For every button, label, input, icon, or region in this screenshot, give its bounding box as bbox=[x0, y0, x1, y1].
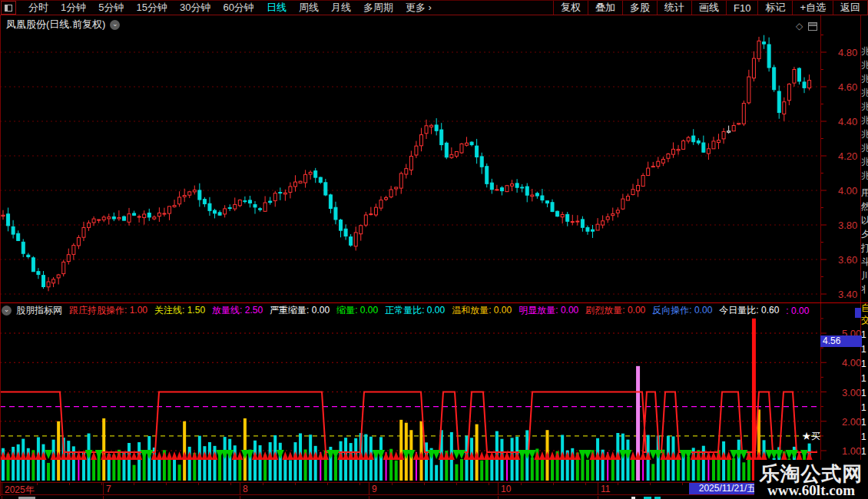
date-separator bbox=[498, 483, 499, 495]
clipped-glyph: 1 bbox=[861, 329, 868, 340]
price-label: 3.60 bbox=[838, 254, 864, 266]
watermark-url: www.60lt.com bbox=[756, 482, 866, 499]
period-daily[interactable]: 日线 bbox=[267, 1, 287, 15]
price-label: 4.20 bbox=[838, 150, 864, 162]
candlestick-chart bbox=[0, 35, 827, 295]
clipped-glyph: 兆 bbox=[861, 73, 868, 86]
date-minor-tick bbox=[618, 483, 618, 485]
stats-button[interactable]: 统计 bbox=[657, 1, 691, 15]
period-15min[interactable]: 15分钟 bbox=[136, 1, 167, 15]
ind-label-volume-line: 放量线: 2.50 bbox=[212, 304, 263, 317]
period-60min[interactable]: 60分钟 bbox=[223, 1, 253, 15]
adjust-button[interactable]: 复权 bbox=[553, 1, 588, 15]
right-edge-clipped-column: 兆兆兆兆兆兆兆兆兆兆用然以夕打斗川丬自交111111111 bbox=[861, 16, 868, 499]
clipped-glyph: 兆 bbox=[861, 170, 868, 183]
page-title: 凤凰股份(日线.前复权) bbox=[6, 18, 105, 31]
clipped-glyph: 丬 bbox=[861, 283, 868, 296]
overlay-button[interactable]: 叠加 bbox=[588, 1, 622, 15]
draw-line-button[interactable]: 画线 bbox=[691, 1, 726, 15]
date-minor-tick bbox=[489, 483, 489, 485]
period-monthly[interactable]: 月线 bbox=[331, 1, 351, 15]
f10-button[interactable]: F10 bbox=[726, 1, 757, 15]
back-button[interactable]: 返回 bbox=[833, 1, 868, 15]
period-30min[interactable]: 30分钟 bbox=[180, 1, 210, 15]
clipped-glyph: 1 bbox=[861, 431, 868, 442]
indicator-collapse-icon[interactable]: ⌄ bbox=[2, 306, 12, 316]
period-multi[interactable]: 多周期 bbox=[363, 1, 393, 15]
date-separator bbox=[598, 483, 598, 495]
date-separator bbox=[2, 483, 2, 495]
crosshair-value-box: 4.56 bbox=[820, 335, 862, 347]
chart-canvas bbox=[0, 0, 868, 499]
ind-label-extra-value: : 0.00 bbox=[786, 306, 809, 316]
clipped-glyph: 1 bbox=[861, 359, 868, 369]
sliver-tick bbox=[369, 496, 369, 499]
clipped-glyph: 兆 bbox=[861, 87, 868, 100]
clipped-glyph: 兆 bbox=[861, 101, 868, 114]
date-minor-tick bbox=[650, 483, 651, 485]
date-axis: 2025/11/21/五 2025年789101112 bbox=[0, 482, 868, 495]
sliver-tick bbox=[498, 496, 499, 499]
panel-divider bbox=[0, 302, 868, 303]
clipped-glyph: 1 bbox=[861, 344, 868, 355]
chart-corner-icons: ◇ bbox=[796, 21, 817, 31]
date-label: 10 bbox=[501, 484, 511, 494]
ind-label-shrink: 缩量: 0.00 bbox=[336, 304, 378, 317]
layout-split-icon[interactable] bbox=[1, 1, 16, 15]
popout-window-icon[interactable] bbox=[808, 22, 817, 31]
period-buttons: 分时1分钟5分钟15分钟30分钟60分钟日线周线月线多周期更多 › bbox=[22, 1, 438, 15]
price-label: 4.80 bbox=[838, 47, 864, 58]
right-strip-highlight bbox=[855, 308, 861, 318]
period-5min[interactable]: 5分钟 bbox=[98, 1, 124, 15]
clipped-glyph: 兆 bbox=[861, 114, 868, 127]
period-weekly[interactable]: 周线 bbox=[299, 1, 319, 15]
ind-label-mild-volume: 温和放量: 0.00 bbox=[452, 304, 512, 317]
date-minor-tick bbox=[424, 483, 425, 485]
price-label: 4.40 bbox=[838, 116, 864, 127]
date-minor-tick bbox=[327, 483, 328, 485]
date-label: 9 bbox=[372, 484, 377, 494]
period-more[interactable]: 更多 › bbox=[406, 1, 432, 15]
title-dropdown-icon[interactable]: ⌄ bbox=[110, 20, 120, 30]
ind-label-attention-line: 关注线: 1.50 bbox=[154, 304, 205, 317]
frame-left bbox=[0, 15, 1, 499]
mark-button[interactable]: 标记 bbox=[757, 1, 792, 15]
clipped-glyph: 夕 bbox=[861, 228, 868, 241]
clipped-glyph: 1 bbox=[861, 402, 868, 413]
clipped-glyph: 川 bbox=[861, 269, 868, 283]
clipped-glyph: 交 bbox=[861, 314, 868, 327]
clipped-glyph: 然 bbox=[861, 200, 868, 213]
date-minor-tick bbox=[521, 483, 522, 485]
sliver-tick bbox=[2, 496, 2, 499]
indicator-header: ⌄股朋指标网跟庄持股操作: 1.00关注线: 1.50放量线: 2.50严重缩量… bbox=[2, 304, 819, 317]
date-minor-tick bbox=[101, 483, 102, 485]
clipped-glyph: 斗 bbox=[861, 256, 868, 269]
price-label: 4.60 bbox=[838, 81, 864, 93]
chart-title-bar: 凤凰股份(日线.前复权) ⌄ bbox=[6, 18, 120, 31]
period-1min[interactable]: 1分钟 bbox=[61, 1, 86, 15]
date-label: 11 bbox=[601, 484, 610, 494]
date-minor-tick bbox=[585, 483, 586, 485]
price-axis-line bbox=[820, 15, 821, 499]
clipped-glyph: 自 bbox=[861, 302, 868, 315]
date-separator bbox=[240, 483, 240, 495]
date-minor-tick bbox=[456, 483, 457, 485]
date-minor-tick bbox=[295, 483, 296, 485]
clipped-glyph: 打 bbox=[861, 242, 868, 255]
date-minor-tick bbox=[392, 483, 393, 485]
date-minor-tick bbox=[359, 483, 360, 485]
date-minor-tick bbox=[134, 483, 134, 485]
diamond-icon[interactable]: ◇ bbox=[796, 21, 803, 31]
date-minor-tick bbox=[166, 483, 167, 485]
toolbar-right-buttons: 复权叠加多股统计画线F10标记+自选返回 bbox=[553, 1, 868, 15]
clipped-glyph: 兆 bbox=[861, 59, 868, 72]
ind-label-indicator-title: 股朋指标网 bbox=[16, 304, 62, 317]
date-minor-tick bbox=[263, 483, 263, 485]
multi-stock-button[interactable]: 多股 bbox=[622, 1, 657, 15]
date-label: 7 bbox=[106, 484, 111, 494]
add-watchlist-button[interactable]: +自选 bbox=[792, 1, 833, 15]
price-label: 3.40 bbox=[838, 289, 864, 300]
period-fenshi[interactable]: 分时 bbox=[28, 1, 48, 15]
ind-label-reverse-operation: 反向操作: 0.00 bbox=[652, 304, 712, 317]
ind-label-violent-volume: 剧烈放量: 0.00 bbox=[585, 304, 645, 317]
